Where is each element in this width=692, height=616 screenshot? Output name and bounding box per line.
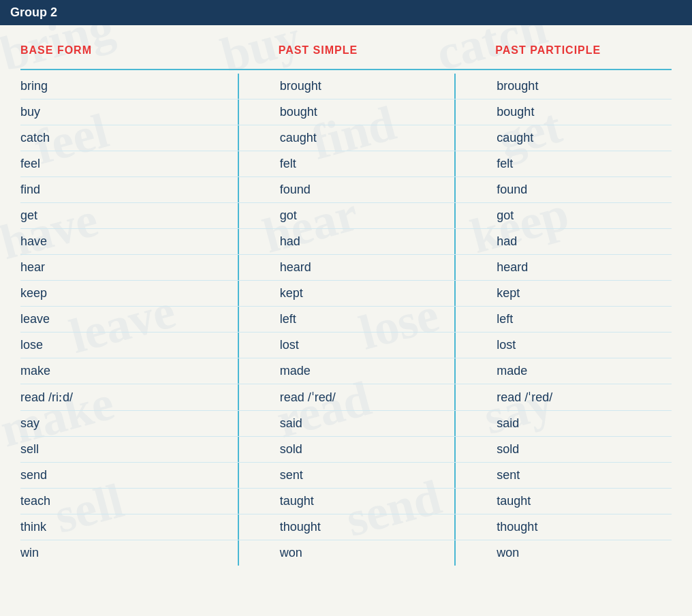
cell-past-participle-8: kept <box>454 281 672 306</box>
cell-past-participle-12: read /ˈred/ <box>454 384 672 410</box>
table-row: read /riːd/read /ˈred/read /ˈred/ <box>20 384 672 411</box>
cell-past-simple-5: got <box>238 203 455 228</box>
cell-past-simple-12: read /ˈred/ <box>238 384 455 410</box>
cell-past-simple-7: heard <box>238 255 455 280</box>
cell-past-participle-16: taught <box>454 489 672 514</box>
cell-past-simple-4: found <box>238 177 455 202</box>
cell-base-18: win <box>20 540 238 566</box>
cell-past-simple-3: felt <box>238 151 455 176</box>
cell-base-9: leave <box>20 307 238 332</box>
cell-past-simple-15: sent <box>238 463 455 488</box>
cell-past-simple-6: had <box>238 229 455 254</box>
cell-past-simple-11: made <box>238 358 455 384</box>
page-header: Group 2 <box>0 0 692 25</box>
cell-base-11: make <box>20 358 238 384</box>
cell-base-17: think <box>20 514 238 540</box>
table-row: sendsentsent <box>20 463 672 489</box>
cell-past-participle-2: caught <box>454 125 672 151</box>
cell-past-participle-1: bought <box>454 99 672 125</box>
cell-past-participle-10: lost <box>454 333 672 358</box>
col-header-past-simple: PAST SIMPLE <box>238 39 455 62</box>
cell-past-simple-1: bought <box>238 99 455 125</box>
table-row: sellsoldsold <box>20 437 672 463</box>
cell-past-simple-2: caught <box>238 125 455 151</box>
cell-past-simple-0: brought <box>238 74 455 99</box>
cell-base-16: teach <box>20 489 238 514</box>
table-row: leaveleftleft <box>20 307 672 333</box>
cell-past-simple-16: taught <box>238 489 455 514</box>
table-row: saysaidsaid <box>20 411 672 437</box>
main-content: BASE FORM PAST SIMPLE PAST PARTICIPLE br… <box>0 25 692 579</box>
table-body: bringbroughtbroughtbuyboughtboughtcatchc… <box>20 74 672 566</box>
table-row: catchcaughtcaught <box>20 125 672 151</box>
cell-base-3: feel <box>20 151 238 176</box>
cell-base-1: buy <box>20 99 238 125</box>
table-row: getgotgot <box>20 203 672 229</box>
table-row: winwonwon <box>20 540 672 566</box>
cell-base-2: catch <box>20 125 238 151</box>
table-row: makemademade <box>20 358 672 384</box>
cell-past-simple-17: thought <box>238 514 455 540</box>
cell-past-simple-13: said <box>238 411 455 436</box>
table-row: havehadhad <box>20 229 672 255</box>
cell-past-participle-5: got <box>454 203 672 228</box>
verb-table: BASE FORM PAST SIMPLE PAST PARTICIPLE br… <box>20 39 672 566</box>
cell-past-participle-13: said <box>454 411 672 436</box>
cell-base-13: say <box>20 411 238 436</box>
cell-past-simple-9: left <box>238 307 455 332</box>
cell-past-participle-15: sent <box>454 463 672 488</box>
cell-base-4: find <box>20 177 238 202</box>
group-title: Group 2 <box>10 5 57 19</box>
col-header-base: BASE FORM <box>20 39 238 62</box>
cell-past-participle-3: felt <box>454 151 672 176</box>
table-row: bringbroughtbrought <box>20 74 672 99</box>
table-row: loselostlost <box>20 333 672 358</box>
cell-base-5: get <box>20 203 238 228</box>
cell-past-simple-10: lost <box>238 333 455 358</box>
table-header-row: BASE FORM PAST SIMPLE PAST PARTICIPLE <box>20 39 672 70</box>
table-row: hearheardheard <box>20 255 672 281</box>
cell-past-participle-0: brought <box>454 74 672 99</box>
table-row: thinkthoughtthought <box>20 514 672 540</box>
cell-past-participle-9: left <box>454 307 672 332</box>
cell-past-participle-14: sold <box>454 437 672 462</box>
col-header-past-participle: PAST PARTICIPLE <box>454 39 672 62</box>
table-row: feelfeltfelt <box>20 151 672 177</box>
table-row: findfoundfound <box>20 177 672 203</box>
cell-base-0: bring <box>20 74 238 99</box>
table-row: teachtaughttaught <box>20 489 672 514</box>
cell-base-8: keep <box>20 281 238 306</box>
cell-base-14: sell <box>20 437 238 462</box>
cell-base-10: lose <box>20 333 238 358</box>
cell-base-12: read /riːd/ <box>20 384 238 410</box>
table-row: keepkeptkept <box>20 281 672 307</box>
cell-base-7: hear <box>20 255 238 280</box>
cell-past-simple-14: sold <box>238 437 455 462</box>
cell-past-participle-7: heard <box>454 255 672 280</box>
cell-past-simple-18: won <box>238 540 455 566</box>
cell-base-6: have <box>20 229 238 254</box>
table-row: buyboughtbought <box>20 99 672 125</box>
cell-past-participle-18: won <box>454 540 672 566</box>
cell-past-participle-6: had <box>454 229 672 254</box>
cell-past-participle-4: found <box>454 177 672 202</box>
cell-past-simple-8: kept <box>238 281 455 306</box>
cell-base-15: send <box>20 463 238 488</box>
cell-past-participle-17: thought <box>454 514 672 540</box>
cell-past-participle-11: made <box>454 358 672 384</box>
